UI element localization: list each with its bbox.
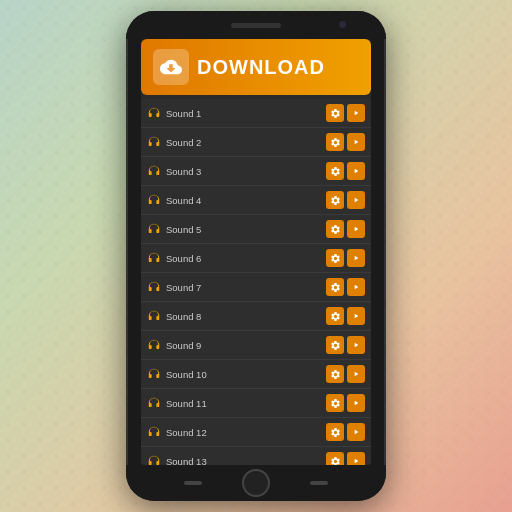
headphone-icon — [147, 280, 161, 294]
gear-button[interactable] — [326, 394, 344, 412]
play-icon — [352, 109, 360, 117]
phone-bottom — [126, 465, 386, 501]
home-button[interactable] — [242, 469, 270, 497]
headphone-icon — [147, 135, 161, 149]
list-item: Sound 8 — [141, 302, 371, 331]
play-button[interactable] — [347, 162, 365, 180]
sound-name: Sound 7 — [166, 282, 326, 293]
sound-name: Sound 5 — [166, 224, 326, 235]
headphone-icon — [147, 193, 161, 207]
phone-screen: DOWNLOAD Sound 1 Sound 2 — [141, 39, 371, 465]
play-button[interactable] — [347, 452, 365, 465]
gear-icon — [330, 311, 341, 322]
play-icon — [352, 399, 360, 407]
gear-button[interactable] — [326, 220, 344, 238]
play-icon — [352, 138, 360, 146]
speaker-grille — [231, 23, 281, 28]
list-item: Sound 5 — [141, 215, 371, 244]
list-item: Sound 1 — [141, 99, 371, 128]
phone-top — [126, 11, 386, 39]
play-icon — [352, 225, 360, 233]
list-item: Sound 2 — [141, 128, 371, 157]
sound-name: Sound 13 — [166, 456, 326, 466]
play-icon — [352, 428, 360, 436]
list-item: Sound 12 — [141, 418, 371, 447]
sound-name: Sound 8 — [166, 311, 326, 322]
gear-button[interactable] — [326, 191, 344, 209]
headphone-icon — [147, 309, 161, 323]
play-button[interactable] — [347, 278, 365, 296]
gear-button[interactable] — [326, 423, 344, 441]
sound-name: Sound 10 — [166, 369, 326, 380]
play-icon — [352, 312, 360, 320]
nav-back[interactable] — [184, 481, 202, 485]
list-item: Sound 4 — [141, 186, 371, 215]
phone-frame: DOWNLOAD Sound 1 Sound 2 — [126, 11, 386, 501]
play-icon — [352, 370, 360, 378]
gear-icon — [330, 137, 341, 148]
sound-name: Sound 1 — [166, 108, 326, 119]
gear-button[interactable] — [326, 278, 344, 296]
sound-name: Sound 6 — [166, 253, 326, 264]
play-icon — [352, 254, 360, 262]
gear-button[interactable] — [326, 336, 344, 354]
gear-icon — [330, 282, 341, 293]
gear-button[interactable] — [326, 365, 344, 383]
play-button[interactable] — [347, 104, 365, 122]
gear-icon — [330, 456, 341, 466]
list-item: Sound 7 — [141, 273, 371, 302]
gear-button[interactable] — [326, 452, 344, 465]
play-icon — [352, 341, 360, 349]
play-button[interactable] — [347, 336, 365, 354]
play-icon — [352, 196, 360, 204]
gear-icon — [330, 369, 341, 380]
gear-icon — [330, 224, 341, 235]
gear-icon — [330, 195, 341, 206]
play-button[interactable] — [347, 220, 365, 238]
front-camera — [339, 21, 346, 28]
headphone-icon — [147, 367, 161, 381]
gear-icon — [330, 108, 341, 119]
headphone-icon — [147, 164, 161, 178]
play-button[interactable] — [347, 249, 365, 267]
gear-icon — [330, 427, 341, 438]
play-button[interactable] — [347, 423, 365, 441]
sound-name: Sound 12 — [166, 427, 326, 438]
list-item: Sound 13 — [141, 447, 371, 465]
play-button[interactable] — [347, 394, 365, 412]
gear-button[interactable] — [326, 104, 344, 122]
sound-name: Sound 4 — [166, 195, 326, 206]
gear-icon — [330, 253, 341, 264]
gear-button[interactable] — [326, 162, 344, 180]
sound-name: Sound 11 — [166, 398, 326, 409]
sound-name: Sound 9 — [166, 340, 326, 351]
play-button[interactable] — [347, 133, 365, 151]
gear-icon — [330, 166, 341, 177]
headphone-icon — [147, 106, 161, 120]
download-cloud-icon — [153, 49, 189, 85]
nav-recent[interactable] — [310, 481, 328, 485]
play-button[interactable] — [347, 307, 365, 325]
gear-button[interactable] — [326, 249, 344, 267]
play-icon — [352, 457, 360, 465]
download-label: DOWNLOAD — [197, 56, 325, 79]
download-banner[interactable]: DOWNLOAD — [141, 39, 371, 95]
headphone-icon — [147, 425, 161, 439]
gear-button[interactable] — [326, 133, 344, 151]
play-icon — [352, 167, 360, 175]
play-button[interactable] — [347, 191, 365, 209]
headphone-icon — [147, 338, 161, 352]
sound-name: Sound 3 — [166, 166, 326, 177]
list-item: Sound 6 — [141, 244, 371, 273]
list-item: Sound 3 — [141, 157, 371, 186]
gear-icon — [330, 340, 341, 351]
list-item: Sound 9 — [141, 331, 371, 360]
list-item: Sound 10 — [141, 360, 371, 389]
gear-button[interactable] — [326, 307, 344, 325]
play-button[interactable] — [347, 365, 365, 383]
sound-name: Sound 2 — [166, 137, 326, 148]
gear-icon — [330, 398, 341, 409]
headphone-icon — [147, 251, 161, 265]
headphone-icon — [147, 454, 161, 465]
list-item: Sound 11 — [141, 389, 371, 418]
